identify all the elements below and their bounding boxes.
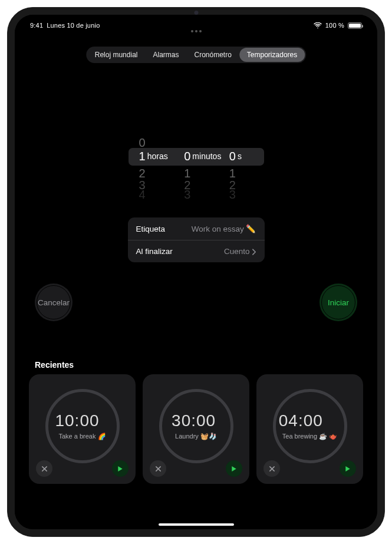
- tab-alarms[interactable]: Alarmas: [145, 48, 186, 62]
- recents-heading: Recientes: [35, 360, 74, 370]
- recent-timer-card[interactable]: 10:00 Take a break 🌈: [29, 374, 136, 484]
- delete-recent-button[interactable]: [150, 460, 166, 477]
- timer-settings-list: Etiqueta Work on essay ✏️ Al finalizar C…: [128, 217, 265, 262]
- screen: 9:41 Lunes 10 de junio 100 % Reloj mundi…: [15, 15, 377, 529]
- picker-minutes-selected: 0: [173, 150, 190, 163]
- battery-percent: 100 %: [325, 22, 344, 29]
- start-recent-button[interactable]: [226, 460, 242, 477]
- picker-hours-option: 4: [129, 188, 146, 202]
- cancel-button-label: Cancelar: [38, 298, 70, 307]
- status-date: Lunes 10 de junio: [47, 22, 100, 29]
- picker-seconds-selected: 0: [219, 150, 236, 163]
- recent-timer-card[interactable]: 04:00 Tea brewing ☕️ 🫖: [256, 374, 363, 484]
- timer-dial-icon: [273, 389, 347, 463]
- when-ends-row[interactable]: Al finalizar Cuento: [128, 240, 265, 262]
- picker-hours-selected: 1: [129, 150, 146, 163]
- when-ends-row-value: Cuento: [224, 247, 250, 256]
- start-button[interactable]: Iniciar: [319, 283, 357, 321]
- recent-timer-card[interactable]: 30:00 Laundry 🧺🧦: [143, 374, 249, 484]
- picker-minutes-option: 3: [173, 188, 190, 202]
- start-button-label: Iniciar: [328, 298, 349, 307]
- chevron-right-icon: [252, 248, 256, 255]
- tab-world-clock[interactable]: Reloj mundial: [87, 48, 146, 62]
- label-row-value: Work on essay ✏️: [192, 224, 256, 233]
- picker-hours-unit: horas: [147, 151, 168, 161]
- picker-minutes-column[interactable]: 0 1 2 3 minutos: [173, 115, 219, 203]
- tab-timers[interactable]: Temporizadores: [239, 48, 305, 62]
- picker-minutes-unit: minutos: [192, 151, 221, 161]
- status-time: 9:41: [30, 22, 43, 29]
- picker-hours-column[interactable]: 0 1 2 3 4 horas: [129, 115, 174, 203]
- tab-bar: Reloj mundial Alarmas Cronómetro Tempori…: [86, 47, 306, 63]
- tab-stopwatch[interactable]: Cronómetro: [186, 48, 239, 62]
- start-recent-button[interactable]: [112, 460, 129, 477]
- picker-seconds-unit: s: [238, 151, 242, 161]
- front-camera: [194, 11, 198, 15]
- delete-recent-button[interactable]: [36, 460, 52, 477]
- wifi-icon: [314, 22, 322, 28]
- cancel-button[interactable]: Cancelar: [35, 283, 73, 321]
- start-recent-button[interactable]: [340, 460, 356, 477]
- picker-hours-option: 0: [129, 136, 146, 150]
- picker-seconds-column[interactable]: 0 1 2 3 s: [219, 115, 264, 203]
- multitasking-indicator-icon: [190, 30, 202, 33]
- battery-icon: [348, 22, 362, 29]
- duration-picker[interactable]: 0 1 2 3 4 horas 0 1 2 3 minutos 0 1 2 3 …: [129, 115, 264, 203]
- delete-recent-button[interactable]: [263, 460, 280, 477]
- when-ends-row-label: Al finalizar: [136, 247, 173, 256]
- picker-seconds-option: 3: [219, 188, 236, 202]
- home-indicator[interactable]: [159, 523, 234, 526]
- timer-dial-icon: [159, 389, 233, 463]
- label-row[interactable]: Etiqueta Work on essay ✏️: [128, 217, 265, 240]
- timer-dial-icon: [45, 389, 120, 463]
- recents-list: 10:00 Take a break 🌈 30:00 Laundry 🧺🧦: [29, 374, 363, 484]
- label-row-label: Etiqueta: [136, 225, 166, 233]
